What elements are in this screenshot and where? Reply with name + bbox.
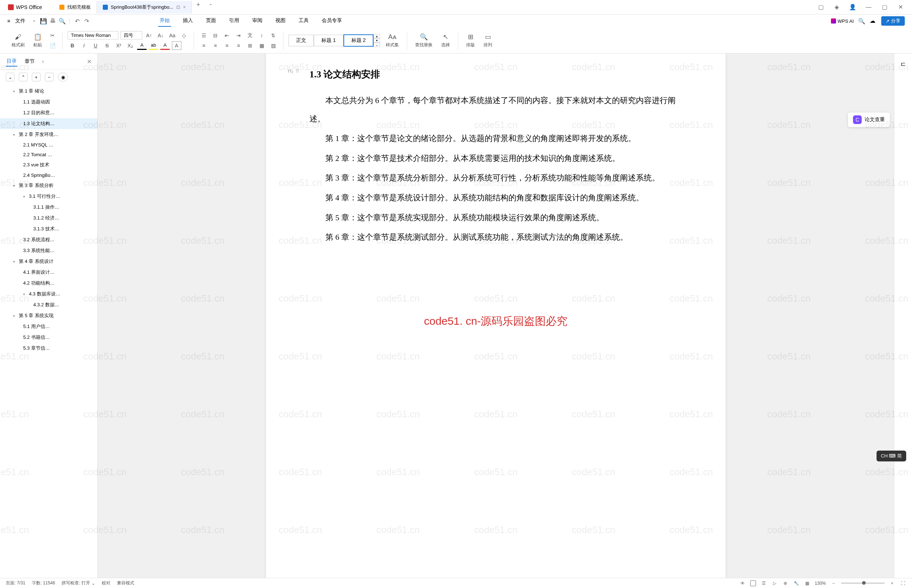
outline-item[interactable]: ▾3.1 可行性分… — [0, 191, 97, 202]
outline-item[interactable]: 3.1.1 操作… — [0, 202, 97, 213]
outline-item[interactable]: 4.3.2 数据… — [0, 299, 97, 310]
outline-item[interactable]: 4.1 界面设计… — [0, 267, 97, 278]
open-icon[interactable]: ▫ — [31, 17, 38, 24]
tab-tools[interactable]: 工具 — [297, 15, 310, 27]
subscript-button[interactable]: X₂ — [126, 41, 135, 50]
caret-icon[interactable]: ▾ — [23, 195, 28, 199]
undo-icon[interactable]: ↶ — [73, 17, 81, 24]
zoom-level[interactable]: 130% — [815, 581, 826, 586]
minimize-button[interactable]: — — [864, 3, 873, 11]
text-direction-icon[interactable]: 文 — [245, 31, 255, 40]
tab-review[interactable]: 审阅 — [251, 15, 264, 27]
outline-item[interactable]: 1.1 选题动因 — [0, 97, 97, 107]
avatar-icon[interactable]: 👤 — [848, 3, 857, 11]
bold-button[interactable]: B — [68, 41, 77, 50]
align-left-icon[interactable]: ≡ — [199, 41, 209, 50]
change-case-icon[interactable]: Aa — [168, 31, 177, 40]
zoom-out-icon[interactable]: − — [830, 580, 837, 586]
copy-icon[interactable]: 📄 — [48, 41, 57, 50]
caret-icon[interactable]: ▾ — [13, 184, 17, 188]
format-painter-button[interactable]: 🖌 格式刷 — [9, 31, 28, 50]
paste-button[interactable]: 📋 粘贴 — [31, 31, 45, 50]
tab-insert[interactable]: 插入 — [181, 15, 194, 27]
highlight-color-button[interactable]: ab — [149, 41, 158, 50]
page-indicator[interactable]: 页面: 7/31 — [6, 580, 25, 586]
sidebar-close-icon[interactable]: ✕ — [87, 58, 92, 65]
outline-item[interactable]: 5.3 章节信… — [0, 343, 97, 354]
tab-close-icon[interactable]: × — [183, 4, 186, 10]
tab-home[interactable]: 开始 — [158, 15, 171, 27]
close-button[interactable]: ✕ — [896, 3, 905, 11]
save-icon[interactable]: 💾 — [40, 17, 47, 24]
select-button[interactable]: ↖ 选择 — [438, 31, 453, 50]
align-center-icon[interactable]: ≡ — [211, 41, 220, 50]
outline-item[interactable]: ▾第 4 章 系统设计 — [0, 256, 97, 267]
spell-check-status[interactable]: 拼写检查: 打开 ⌄ — [62, 580, 95, 586]
sort-icon[interactable]: ⇅ — [269, 31, 278, 40]
outline-item[interactable]: 2.4 SpringBo… — [0, 170, 97, 180]
outline-item[interactable]: 2.1 MYSQL … — [0, 140, 97, 150]
distribute-icon[interactable]: ⊞ — [245, 41, 255, 50]
caret-icon[interactable]: ▾ — [13, 89, 17, 93]
web-view-icon[interactable]: ⊕ — [782, 580, 789, 586]
style-scroll[interactable]: ▴▾⌄ — [374, 34, 380, 47]
tab-member[interactable]: 会员专享 — [320, 15, 343, 27]
maximize-button[interactable]: ▢ — [880, 3, 889, 11]
preview-icon[interactable]: 🔍 — [58, 17, 66, 24]
style-heading2[interactable]: 标题 2 — [343, 34, 374, 47]
strikethrough-button[interactable]: S — [102, 41, 112, 50]
align-justify-icon[interactable]: ≡ — [234, 41, 243, 50]
collapse-panel-icon[interactable]: ⊏ — [897, 57, 910, 70]
proofing-status[interactable]: 校对 — [102, 580, 110, 586]
align-right-icon[interactable]: ≡ — [222, 41, 232, 50]
add-icon[interactable]: + — [32, 73, 40, 81]
tab-pin-icon[interactable]: ⊡ — [176, 4, 180, 10]
file-menu[interactable]: 文件 — [12, 16, 28, 26]
tab-view[interactable]: 视图 — [274, 15, 287, 27]
tab-dropdown-icon[interactable]: ⌄ — [204, 1, 217, 13]
zoom-handle[interactable] — [862, 581, 866, 585]
view-mode-icon[interactable]: ◉ — [58, 73, 68, 81]
styleset-button[interactable]: Aᴀ 样式集 — [383, 31, 402, 50]
caret-icon[interactable]: ▾ — [13, 260, 17, 263]
outline-item[interactable]: 3.1.3 技术… — [0, 223, 97, 234]
wps-ai-button[interactable]: WPS AI — [831, 18, 854, 24]
ime-indicator[interactable]: CH ⌨ 简 — [876, 451, 906, 462]
outline-item[interactable]: 5.2 书籍信… — [0, 332, 97, 343]
tab-document[interactable]: SpringBoot438基于springbo... ⊡ × — [97, 1, 192, 13]
font-box-button[interactable]: A — [172, 41, 181, 50]
multi-window-icon[interactable]: ▢ — [816, 3, 825, 11]
eye-icon[interactable]: 👁 — [739, 580, 746, 586]
increase-indent-icon[interactable]: ⇥ — [234, 31, 243, 40]
number-list-icon[interactable]: ⊟ — [211, 31, 220, 40]
outline-item[interactable]: ▾第 1 章 绪论 — [0, 86, 97, 97]
font-size-select[interactable] — [120, 31, 142, 39]
drag-handle-icon[interactable]: ⠿ — [296, 68, 299, 74]
redo-icon[interactable]: ↷ — [83, 17, 90, 24]
tab-page[interactable]: 页面 — [204, 15, 217, 27]
tab-template[interactable]: 找稻壳模板 — [53, 1, 97, 13]
print-icon[interactable]: 🖶 — [49, 17, 57, 24]
font-format-icon[interactable]: A — [137, 41, 147, 50]
outline-item[interactable]: 4.2 功能结构… — [0, 278, 97, 289]
sidebar-tab-chapter[interactable]: 章节 — [24, 57, 36, 66]
font-color-button[interactable]: A — [160, 41, 170, 50]
outline-item[interactable]: ▾第 2 章 开发环境… — [0, 129, 97, 140]
caret-icon[interactable]: ▾ — [13, 133, 17, 137]
compat-mode[interactable]: 兼容模式 — [117, 580, 134, 586]
increase-font-icon[interactable]: A↑ — [144, 31, 154, 40]
shading-icon[interactable]: ▨ — [269, 41, 278, 50]
superscript-button[interactable]: X² — [114, 41, 123, 50]
line-spacing-icon[interactable]: ↕ — [257, 31, 266, 40]
outline-item[interactable]: 2.2 Tomcat … — [0, 150, 97, 160]
underline-button[interactable]: U — [91, 41, 100, 50]
document-canvas[interactable]: H₂ ⠿ 1.3 论文结构安排 本文总共分为 6 个章节，每个章节都对本系统描述… — [98, 53, 894, 578]
bullet-list-icon[interactable]: ☰ — [199, 31, 209, 40]
clear-format-icon[interactable]: ◇ — [179, 31, 189, 40]
border-icon[interactable]: ▦ — [257, 41, 266, 50]
collapse-icon[interactable]: ⌄ — [6, 73, 15, 81]
italic-button[interactable]: I — [79, 41, 89, 50]
share-button[interactable]: ↗ 分享 — [881, 16, 905, 26]
font-family-select[interactable] — [68, 31, 118, 39]
search-icon[interactable]: 🔍 — [858, 17, 865, 24]
